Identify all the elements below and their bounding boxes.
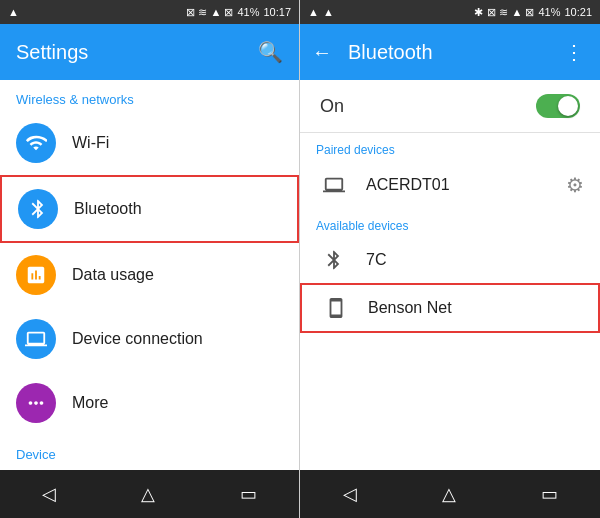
settings-item-bluetooth[interactable]: Bluetooth [0, 175, 299, 243]
right-nav-back[interactable]: ◁ [327, 475, 373, 513]
right-nav-bar: ◁ △ ▭ [300, 470, 600, 518]
settings-item-more[interactable]: More [0, 371, 299, 435]
bt-device-acerdt01[interactable]: ACERDT01 ⚙ [300, 161, 600, 209]
bt-toggle-label: On [320, 96, 344, 117]
right-time: 10:21 [564, 6, 592, 18]
data-icon [16, 255, 56, 295]
left-status-bar-left: ▲ [8, 6, 19, 18]
bt-app-title: Bluetooth [348, 41, 556, 64]
bt-more-button[interactable]: ⋮ [556, 32, 592, 72]
settings-item-wifi[interactable]: Wi-Fi [0, 111, 299, 175]
left-status-icons: ⊠ ≋ ▲ ⊠ [186, 6, 233, 19]
bt-toggle-row: On [300, 80, 600, 133]
bt-toggle-switch[interactable] [536, 94, 580, 118]
bt-content: On Paired devices ACERDT01 ⚙ Available d… [300, 80, 600, 470]
right-nav-home[interactable]: △ [426, 475, 472, 513]
computer-icon [316, 174, 352, 196]
right-battery: 41% [538, 6, 560, 18]
left-panel: ▲ ⊠ ≋ ▲ ⊠ 41% 10:17 Settings 🔍 Wireless … [0, 0, 300, 518]
more-label: More [72, 394, 108, 412]
benson-net-name: Benson Net [368, 299, 582, 317]
phone-icon [318, 297, 354, 319]
left-nav-bar: ◁ △ ▭ [0, 470, 299, 518]
gear-icon[interactable]: ⚙ [566, 173, 584, 197]
left-nav-back[interactable]: ◁ [26, 475, 72, 513]
bluetooth-icon [18, 189, 58, 229]
device-conn-icon [16, 319, 56, 359]
right-status-bar-right: ✱ ⊠ ≋ ▲ ⊠ 41% 10:21 [474, 6, 592, 19]
settings-list: Wireless & networks Wi-Fi Bluetooth Data… [0, 80, 299, 470]
acerdt01-name: ACERDT01 [366, 176, 566, 194]
bluetooth-label: Bluetooth [74, 200, 142, 218]
left-nav-recents[interactable]: ▭ [224, 475, 273, 513]
paired-section-label: Paired devices [300, 133, 600, 161]
bt-device-7c[interactable]: 7C [300, 237, 600, 283]
right-panel: ▲ ▲ ✱ ⊠ ≋ ▲ ⊠ 41% 10:21 ← Bluetooth ⋮ On… [300, 0, 600, 518]
left-status-triangle: ▲ [8, 6, 19, 18]
settings-item-device-conn[interactable]: Device connection [0, 307, 299, 371]
right-status-bar: ▲ ▲ ✱ ⊠ ≋ ▲ ⊠ 41% 10:21 [300, 0, 600, 24]
left-nav-home[interactable]: △ [125, 475, 171, 513]
data-label: Data usage [72, 266, 154, 284]
left-battery: 41% [237, 6, 259, 18]
left-status-bar-right: ⊠ ≋ ▲ ⊠ 41% 10:17 [186, 6, 291, 19]
more-icon [16, 383, 56, 423]
right-status-icons: ⊠ ≋ ▲ ⊠ [487, 6, 534, 19]
wifi-icon [16, 123, 56, 163]
bluetooth-avail-icon [316, 249, 352, 271]
left-app-title: Settings [16, 41, 88, 64]
right-bt-icon: ✱ [474, 6, 483, 19]
7c-name: 7C [366, 251, 584, 269]
section-wireless: Wireless & networks [0, 80, 299, 111]
right-status-triangle: ▲ [308, 6, 319, 18]
device-conn-label: Device connection [72, 330, 203, 348]
available-section-label: Available devices [300, 209, 600, 237]
left-status-bar: ▲ ⊠ ≋ ▲ ⊠ 41% 10:17 [0, 0, 299, 24]
right-nav-recents[interactable]: ▭ [525, 475, 574, 513]
settings-item-data[interactable]: Data usage [0, 243, 299, 307]
section-device: Device [0, 435, 299, 466]
bt-back-button[interactable]: ← [304, 33, 340, 72]
left-app-bar: Settings 🔍 [0, 24, 299, 80]
left-time: 10:17 [263, 6, 291, 18]
wifi-label: Wi-Fi [72, 134, 109, 152]
right-status-triangle2: ▲ [323, 6, 334, 18]
right-status-bar-left: ▲ ▲ [308, 6, 334, 18]
settings-item-themes[interactable]: Themes [0, 466, 299, 470]
bt-device-benson-net[interactable]: Benson Net [300, 283, 600, 333]
bt-app-bar: ← Bluetooth ⋮ [300, 24, 600, 80]
search-icon[interactable]: 🔍 [258, 40, 283, 64]
